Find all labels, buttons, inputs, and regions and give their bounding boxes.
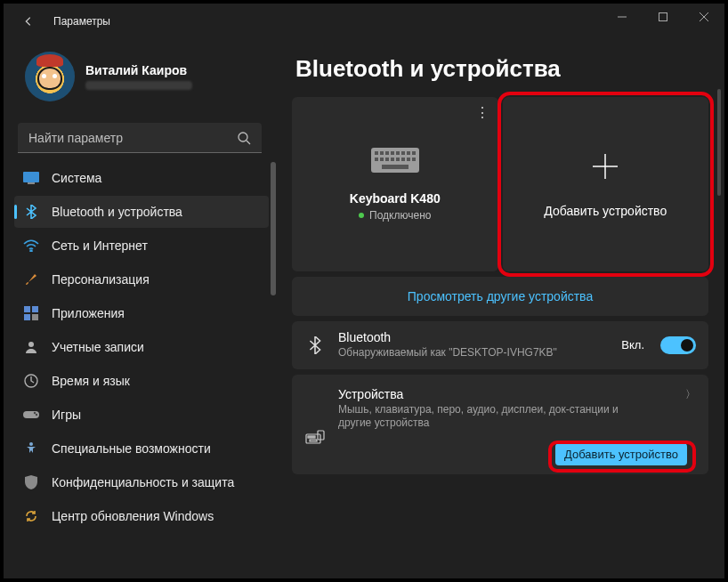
sidebar-item-label: Время и язык — [52, 374, 130, 388]
sidebar-item-network[interactable]: Сеть и Интернет — [14, 230, 269, 262]
svg-rect-25 — [401, 151, 405, 155]
main-panel: Bluetooth и устройства ⋮ Keyboard K480 П… — [276, 39, 724, 578]
svg-rect-6 — [23, 172, 39, 182]
svg-rect-28 — [375, 158, 378, 161]
card-subtitle: Обнаруживаемый как "DESKTOP-IVHG7KB" — [338, 346, 609, 360]
add-device-label: Добавить устройство — [544, 204, 667, 218]
svg-rect-24 — [396, 151, 400, 155]
sidebar-item-label: Персонализация — [52, 272, 150, 287]
svg-line-5 — [247, 141, 250, 144]
svg-point-13 — [28, 342, 34, 347]
annotation-highlight — [497, 92, 715, 277]
svg-rect-42 — [313, 436, 315, 438]
display-icon — [23, 170, 39, 186]
sidebar-item-label: Система — [52, 171, 101, 185]
svg-rect-26 — [407, 151, 410, 155]
svg-rect-7 — [28, 182, 35, 184]
close-button[interactable] — [684, 4, 724, 30]
bluetooth-toggle[interactable] — [660, 336, 696, 354]
svg-rect-29 — [380, 158, 384, 161]
svg-rect-35 — [412, 158, 416, 161]
sidebar-item-label: Bluetooth и устройства — [52, 205, 182, 219]
device-tile[interactable]: ⋮ Keyboard K480 Подключено — [292, 97, 498, 271]
svg-rect-34 — [407, 158, 410, 161]
sidebar-item-label: Учетные записи — [52, 340, 144, 354]
sidebar-item-time-language[interactable]: Время и язык — [14, 365, 269, 397]
bluetooth-card: Bluetooth Обнаруживаемый как "DESKTOP-IV… — [292, 321, 708, 369]
svg-rect-20 — [375, 151, 378, 155]
sidebar-item-gaming[interactable]: Игры — [14, 399, 269, 431]
page-title: Bluetooth и устройства — [295, 55, 708, 83]
devices-card[interactable]: Устройства Мышь, клавиатура, перо, аудио… — [292, 375, 708, 474]
search-input[interactable] — [28, 131, 237, 145]
titlebar: Параметры — [4, 4, 724, 39]
gamepad-icon — [23, 407, 39, 423]
card-subtitle: Мышь, клавиатура, перо, аудио, дисплеи, … — [338, 403, 623, 431]
svg-point-18 — [29, 442, 33, 446]
svg-rect-40 — [308, 436, 310, 438]
bluetooth-icon — [304, 336, 326, 354]
svg-rect-22 — [385, 151, 389, 155]
add-device-button[interactable]: Добавить устройство — [555, 443, 687, 465]
sidebar-item-accounts[interactable]: Учетные записи — [14, 331, 269, 363]
card-title: Bluetooth — [338, 330, 609, 344]
devices-icon — [304, 430, 326, 446]
card-title: Устройства — [338, 387, 673, 401]
maximize-button[interactable] — [643, 4, 684, 30]
svg-rect-33 — [401, 158, 405, 161]
wifi-icon — [23, 238, 39, 254]
apps-icon — [23, 305, 39, 321]
toggle-status-label: Вкл. — [621, 338, 644, 352]
sidebar-item-privacy[interactable]: Конфиденциальность и защита — [14, 466, 269, 498]
view-more-devices-link[interactable]: Просмотреть другие устройства — [292, 277, 708, 316]
window-controls — [602, 4, 724, 30]
search-box[interactable] — [18, 123, 262, 153]
profile[interactable]: Виталий Каиров — [4, 44, 276, 114]
sidebar-item-apps[interactable]: Приложения — [14, 297, 269, 329]
svg-rect-1 — [659, 13, 667, 21]
device-name: Keyboard K480 — [350, 191, 441, 206]
window-title: Параметры — [53, 15, 110, 28]
profile-email-redacted — [85, 81, 192, 90]
update-icon — [23, 508, 39, 524]
device-status: Подключено — [359, 209, 431, 222]
keyboard-icon — [371, 148, 419, 175]
svg-rect-36 — [382, 165, 408, 169]
svg-rect-11 — [24, 314, 30, 320]
sidebar: Виталий Каиров Система Bluetooth и устро — [4, 39, 276, 578]
sidebar-item-windows-update[interactable]: Центр обновления Windows — [14, 500, 269, 532]
minimize-button[interactable] — [602, 4, 643, 30]
brush-icon — [23, 271, 39, 287]
sidebar-item-bluetooth[interactable]: Bluetooth и устройства — [14, 196, 269, 228]
sidebar-item-label: Игры — [52, 408, 81, 422]
svg-rect-31 — [391, 158, 394, 161]
svg-rect-41 — [311, 436, 312, 438]
tile-more-button[interactable]: ⋮ — [475, 104, 489, 121]
svg-rect-23 — [391, 151, 394, 155]
add-device-tile[interactable]: Добавить устройство — [503, 97, 709, 271]
avatar — [25, 52, 75, 101]
svg-rect-27 — [412, 151, 416, 155]
svg-rect-32 — [396, 158, 400, 161]
status-dot-icon — [359, 213, 364, 218]
clock-globe-icon — [23, 373, 39, 389]
svg-rect-43 — [310, 440, 317, 441]
svg-point-16 — [34, 412, 36, 414]
shield-icon — [23, 474, 39, 490]
sidebar-item-label: Сеть и Интернет — [52, 238, 148, 253]
sidebar-item-personalization[interactable]: Персонализация — [14, 263, 269, 295]
sidebar-item-label: Центр обновления Windows — [52, 509, 214, 523]
chevron-right-icon: 〉 — [685, 387, 696, 402]
plus-icon — [590, 151, 620, 184]
main-scrollbar[interactable] — [717, 89, 721, 196]
search-icon — [237, 131, 251, 145]
back-button[interactable] — [16, 9, 41, 34]
svg-rect-30 — [385, 158, 389, 161]
accessibility-icon — [23, 441, 39, 457]
sidebar-item-label: Конфиденциальность и защита — [52, 475, 234, 489]
svg-rect-9 — [24, 306, 30, 312]
svg-point-4 — [239, 133, 247, 141]
sidebar-item-label: Специальные возможности — [52, 441, 211, 456]
sidebar-item-accessibility[interactable]: Специальные возможности — [14, 432, 269, 465]
sidebar-item-system[interactable]: Система — [14, 162, 269, 194]
